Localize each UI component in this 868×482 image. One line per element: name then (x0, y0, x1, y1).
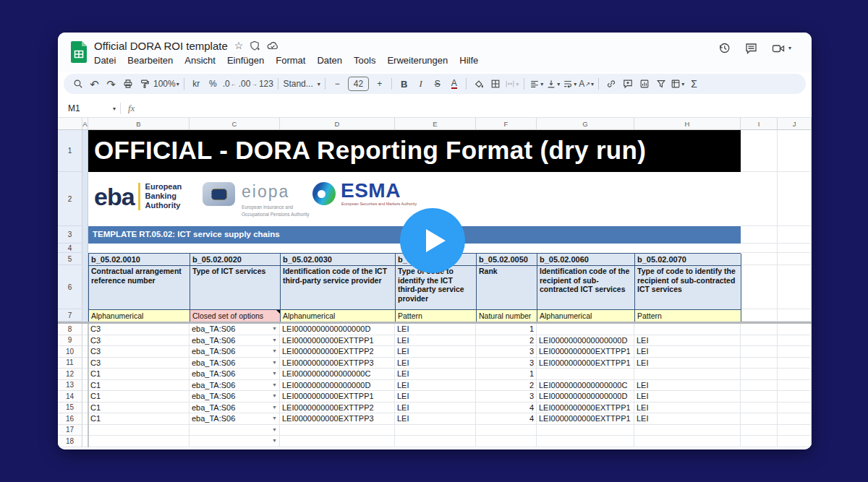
cell-e[interactable]: LEI (395, 346, 476, 358)
camera-dropdown-caret[interactable]: ▾ (788, 45, 791, 51)
functions-icon[interactable]: Σ (686, 75, 702, 92)
strikethrough-button[interactable]: S (430, 75, 445, 92)
dropdown-icon[interactable]: ▼ (272, 403, 277, 413)
cell-h[interactable]: LEI (634, 403, 741, 414)
cloud-saved-icon[interactable] (267, 40, 278, 51)
dropdown-icon[interactable]: ▼ (272, 358, 277, 368)
italic-button[interactable]: I (413, 75, 428, 92)
cell-c[interactable]: eba_TA:S06▼ (190, 391, 280, 403)
cell-i[interactable] (741, 380, 778, 392)
play-button[interactable] (400, 208, 465, 273)
frozen-rows-divider[interactable] (58, 322, 812, 324)
cell-i[interactable] (741, 324, 778, 335)
cell-h[interactable] (634, 324, 741, 335)
cell-b[interactable] (88, 436, 190, 447)
insert-chart-icon[interactable] (637, 75, 652, 92)
fill-color-icon[interactable] (471, 75, 486, 92)
cell-d[interactable]: LEI0000000000000000C (280, 369, 395, 380)
shield-icon[interactable] (250, 40, 260, 51)
col-header-a[interactable]: A (82, 118, 88, 130)
official-banner-cell[interactable]: OFFICIAL - DORA Reporting Format (dry ru… (88, 130, 741, 172)
insert-link-icon[interactable] (603, 75, 618, 92)
cell-i[interactable] (741, 369, 778, 380)
cell-h[interactable]: LEI (634, 391, 741, 403)
cell-d[interactable]: LEI0000000000EXTTPP3 (280, 358, 395, 369)
dropdown-icon[interactable]: ▼ (272, 413, 277, 423)
cell-i[interactable] (741, 425, 778, 436)
row-header-6[interactable]: 6 (58, 265, 82, 309)
text-wrap-icon[interactable]: ▾ (562, 75, 577, 92)
borders-icon[interactable] (488, 75, 503, 92)
undo-button[interactable]: ↶ (87, 75, 102, 92)
col-type-b[interactable]: Alphanumerical (89, 310, 190, 322)
dropdown-icon[interactable]: ▼ (272, 425, 277, 435)
cell-c[interactable]: eba_TA:S06▼ (190, 335, 280, 347)
cell-i[interactable] (741, 413, 778, 425)
cell-e[interactable] (395, 425, 476, 436)
col-header-j[interactable]: J (778, 118, 812, 130)
col-id-f[interactable]: b_05.02.0050 (477, 254, 537, 266)
row-header-3[interactable]: 3 (58, 226, 82, 244)
row-header-2[interactable]: 2 (58, 172, 82, 226)
cell-b[interactable] (88, 425, 190, 436)
cell-i[interactable] (741, 335, 778, 347)
cell-j[interactable] (778, 346, 812, 358)
print-icon[interactable] (120, 75, 135, 92)
cell-g[interactable]: LEI0000000000EXTTPP1 (537, 358, 634, 369)
menu-bearbeiten[interactable]: Bearbeiten (122, 53, 179, 67)
col-header-i[interactable]: I (741, 118, 778, 130)
cell-g[interactable]: LEI0000000000000000D (537, 391, 634, 403)
dropdown-icon[interactable]: ▼ (272, 335, 277, 345)
cell-g[interactable]: LEI0000000000EXTTPP1 (537, 346, 634, 358)
cell-d[interactable]: LEI0000000000000000D (280, 380, 395, 392)
paint-format-icon[interactable] (137, 75, 152, 92)
col-id-g[interactable]: b_05.02.0060 (537, 254, 635, 266)
col-header-d[interactable]: D (280, 118, 395, 130)
increase-font-button[interactable]: + (372, 75, 387, 92)
cell-h[interactable] (634, 425, 741, 436)
document-title[interactable]: Official DORA ROI template (94, 40, 228, 52)
cell-j[interactable] (778, 413, 812, 425)
cell-g[interactable] (537, 324, 634, 335)
cell-h[interactable]: LEI (634, 358, 741, 369)
row-header-7[interactable]: 7 (58, 309, 82, 322)
cell-j[interactable] (778, 380, 812, 392)
row-header-1[interactable]: 1 (58, 130, 82, 172)
row-header-12[interactable]: 12 (58, 369, 82, 380)
menu-einfuegen[interactable]: Einfügen (221, 53, 270, 67)
cell-c[interactable]: eba_TA:S06▼ (190, 346, 280, 358)
cell-j[interactable] (778, 403, 812, 414)
cell-e[interactable]: LEI (395, 358, 476, 369)
col-desc-d[interactable]: Identification code of the ICT third-par… (281, 266, 396, 310)
col-desc-f[interactable]: Rank (477, 266, 537, 310)
cell-i[interactable] (741, 391, 778, 403)
column-a-strip[interactable] (82, 130, 88, 322)
cell-e[interactable]: LEI (395, 324, 476, 335)
row-header-18[interactable]: 18 (58, 436, 82, 447)
currency-format-button[interactable]: kr (189, 75, 204, 92)
cell-e[interactable]: LEI (395, 391, 476, 403)
percent-format-button[interactable]: % (205, 75, 221, 92)
col-id-d[interactable]: b_05.02.0030 (281, 254, 396, 266)
dropdown-icon[interactable]: ▼ (272, 346, 277, 356)
col-desc-c[interactable]: Type of ICT services (190, 266, 281, 310)
col-type-e[interactable]: Pattern (396, 310, 477, 322)
cell-j[interactable] (778, 358, 812, 369)
menu-daten[interactable]: Daten (311, 53, 348, 67)
col-id-b[interactable]: b_05.02.0010 (89, 254, 190, 266)
dropdown-icon[interactable]: ▼ (272, 391, 277, 401)
cell-j[interactable] (778, 324, 812, 335)
dropdown-icon[interactable]: ▼ (272, 324, 277, 334)
col-header-h[interactable]: H (634, 118, 741, 130)
row-header-11[interactable]: 11 (58, 358, 82, 369)
menu-ansicht[interactable]: Ansicht (179, 53, 221, 67)
cell-h[interactable] (634, 436, 741, 447)
cell-e[interactable]: LEI (395, 380, 476, 392)
cell-d[interactable]: LEI0000000000EXTTPP2 (280, 346, 395, 358)
meet-camera-icon[interactable] (772, 43, 786, 54)
decrease-decimal-button[interactable]: .0← (222, 75, 237, 92)
insert-comment-icon[interactable] (620, 75, 635, 92)
select-all-corner[interactable] (58, 118, 82, 130)
horizontal-align-icon[interactable]: ▾ (529, 75, 544, 92)
font-size-input[interactable]: 42 (348, 77, 369, 91)
